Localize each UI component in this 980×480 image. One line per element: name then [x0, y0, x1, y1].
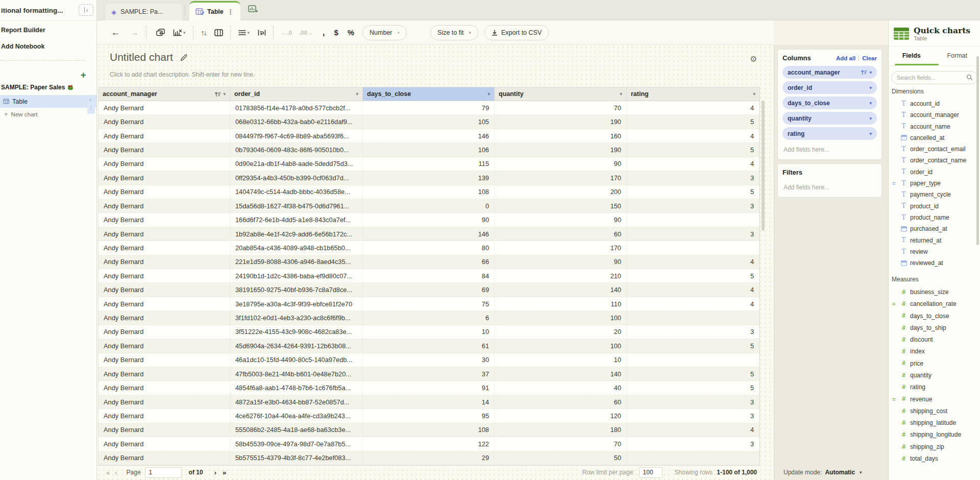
cell-days-to-close[interactable]: 6: [363, 311, 495, 324]
chevron-down-icon[interactable]: ▾: [356, 91, 358, 97]
cell-account-manager[interactable]: Andy Bernard: [99, 409, 230, 422]
chevron-down-icon[interactable]: ▾: [183, 30, 186, 35]
remove-chart-icon[interactable]: [173, 29, 182, 36]
cell-days-to-close[interactable]: 37: [363, 367, 495, 380]
cell-account-manager[interactable]: Andy Bernard: [99, 451, 230, 465]
search-fields-box[interactable]: [891, 71, 977, 84]
cell-rating[interactable]: 5: [627, 381, 760, 394]
column-header-account-manager[interactable]: account_manager ▾: [99, 87, 230, 101]
cell-quantity[interactable]: 110: [495, 297, 627, 310]
chart-title[interactable]: Untitled chart: [110, 51, 188, 63]
table-row[interactable]: Andy Bernard 0d90e21a-db1f-4ab8-aade-5de…: [99, 157, 760, 171]
table-row[interactable]: Andy Bernard 1404749c-c514-4adb-bbbc-403…: [99, 185, 760, 199]
columns-icon[interactable]: [214, 29, 223, 36]
field-item[interactable]: = # revenue: [889, 393, 980, 405]
field-item[interactable]: = T order_contact_name: [889, 155, 980, 166]
tab-format[interactable]: Format: [935, 52, 980, 59]
cell-quantity[interactable]: 170: [495, 241, 627, 254]
cell-account-manager[interactable]: Andy Bernard: [99, 297, 230, 310]
chevron-down-icon[interactable]: ▾: [753, 91, 755, 97]
field-item[interactable]: = T review: [889, 246, 980, 257]
cell-account-manager[interactable]: Andy Bernard: [99, 381, 230, 394]
table-row[interactable]: Andy Bernard 0ff29354-a4b3-450b-b399-0cf…: [99, 171, 760, 185]
cell-account-manager[interactable]: Andy Bernard: [99, 269, 230, 282]
cell-quantity[interactable]: 60: [495, 227, 627, 241]
cell-rating[interactable]: 5: [627, 143, 760, 156]
add-section-button[interactable]: +: [81, 70, 86, 80]
cell-rating[interactable]: 3: [627, 325, 760, 339]
chevron-down-icon[interactable]: ▾: [487, 91, 490, 97]
cell-order-id[interactable]: 1404749c-c514-4adb-bbbc-4036d58e...: [230, 185, 363, 199]
filters-drop-placeholder[interactable]: Add fields here...: [782, 180, 877, 194]
field-item[interactable]: = purchased_at: [889, 223, 980, 234]
field-item[interactable]: = # cancellation_rate: [889, 298, 980, 310]
update-mode-control[interactable]: Update mode: Automatic ▾: [783, 469, 862, 476]
cell-account-manager[interactable]: Andy Bernard: [99, 199, 230, 212]
cell-order-id[interactable]: 1b92ab8e-4e1f-42c9-add6-6e56b172c...: [230, 227, 363, 241]
cell-days-to-close[interactable]: 105: [363, 115, 495, 128]
cell-quantity[interactable]: 40: [495, 381, 627, 394]
currency-format-icon[interactable]: $: [334, 28, 338, 37]
back-icon[interactable]: ←: [111, 28, 120, 38]
cell-quantity[interactable]: 200: [495, 185, 627, 199]
cell-rating[interactable]: 4: [627, 157, 760, 171]
cell-rating[interactable]: 3: [627, 437, 760, 450]
sidebar-item-new-chart[interactable]: + New chart: [4, 110, 37, 118]
cell-rating[interactable]: 3: [627, 171, 760, 184]
cell-account-manager[interactable]: Andy Bernard: [99, 171, 230, 184]
cell-quantity[interactable]: 150: [495, 199, 627, 212]
forward-icon[interactable]: →: [130, 28, 139, 38]
table-row[interactable]: Andy Bernard 4ce6276f-10a4-40ea-a4fe-cd3…: [99, 409, 760, 423]
field-item[interactable]: = # price: [889, 357, 980, 369]
cell-rating[interactable]: 4: [627, 283, 760, 296]
sidebar-section-paper-sales[interactable]: SAMPLE: Paper Sales: [1, 84, 74, 91]
table-row[interactable]: Andy Bernard 20ab854a-c436-4089-a948-cb1…: [99, 241, 760, 255]
cell-quantity[interactable]: 70: [495, 437, 627, 450]
field-item[interactable]: = # shipping_latitude: [889, 417, 980, 429]
cell-days-to-close[interactable]: 69: [363, 283, 495, 296]
column-header-rating[interactable]: rating ▾: [627, 87, 760, 101]
field-item[interactable]: = T account_manager: [889, 109, 980, 121]
field-item[interactable]: = # quantity: [889, 369, 980, 381]
cell-account-manager[interactable]: Andy Bernard: [99, 213, 230, 226]
cell-rating[interactable]: [627, 353, 760, 367]
table-row[interactable]: Andy Bernard 45d6904a-2634-4264-9391-12b…: [99, 339, 760, 353]
cell-quantity[interactable]: 100: [495, 339, 627, 352]
cell-account-manager[interactable]: Andy Bernard: [99, 367, 230, 380]
align-icon[interactable]: [238, 30, 246, 36]
field-item[interactable]: = T returned_at: [889, 234, 980, 246]
cell-quantity[interactable]: 160: [495, 129, 627, 142]
cell-days-to-close[interactable]: 84: [363, 269, 495, 282]
table-row[interactable]: Andy Bernard 166d6f72-6e1b-4dd5-a1e8-843…: [99, 213, 760, 227]
column-header-days-to-close[interactable]: days_to_close ▾: [363, 87, 495, 101]
cell-account-manager[interactable]: Andy Bernard: [99, 185, 230, 199]
first-page-icon[interactable]: «: [106, 469, 110, 476]
cell-account-manager[interactable]: Andy Bernard: [99, 143, 230, 156]
cell-days-to-close[interactable]: 90: [363, 213, 495, 226]
column-chip[interactable]: quantity ▾: [782, 112, 877, 125]
cell-account-manager[interactable]: Andy Bernard: [99, 423, 230, 437]
cell-order-id[interactable]: 0ff29354-a4b3-450b-b399-0cf063d7d...: [230, 171, 363, 184]
cell-quantity[interactable]: 140: [495, 283, 627, 296]
cell-rating[interactable]: 4: [627, 255, 760, 269]
cell-days-to-close[interactable]: 139: [363, 171, 495, 184]
clear-link[interactable]: Clear: [862, 55, 877, 61]
cell-rating[interactable]: 4: [627, 101, 760, 114]
cell-order-id[interactable]: 45d6904a-2634-4264-9391-12b63b08...: [230, 339, 363, 352]
table-row[interactable]: Andy Bernard 4872a15f-e3b0-4634-bb87-52e…: [99, 395, 760, 409]
cell-order-id[interactable]: 47fb5003-8e21-4f4b-b601-0e48e7b20...: [230, 367, 363, 380]
cell-quantity[interactable]: 20: [495, 325, 627, 339]
table-row[interactable]: Andy Bernard 5b575515-4379-4b3f-8c77-4e2…: [99, 451, 760, 465]
cell-account-manager[interactable]: Andy Bernard: [99, 241, 230, 254]
field-item[interactable]: = T payment_cycle: [889, 189, 980, 200]
cell-days-to-close[interactable]: 79: [363, 101, 495, 114]
sidebar-item-report-builder[interactable]: Report Builder: [1, 27, 45, 34]
column-chip[interactable]: order_id ▾: [782, 81, 877, 94]
row-drag-handle[interactable]: ⋮: [87, 102, 95, 114]
cell-days-to-close[interactable]: 0: [363, 199, 495, 212]
table-row[interactable]: Andy Bernard 01783856-f14e-4178-a0bd-577…: [99, 101, 760, 115]
columns-drop-placeholder[interactable]: Add fields here...: [782, 142, 877, 156]
cell-days-to-close[interactable]: 61: [363, 339, 495, 352]
export-csv-button[interactable]: Export to CSV: [484, 25, 549, 40]
table-row[interactable]: Andy Bernard 47fb5003-8e21-4f4b-b601-0e4…: [99, 367, 760, 381]
